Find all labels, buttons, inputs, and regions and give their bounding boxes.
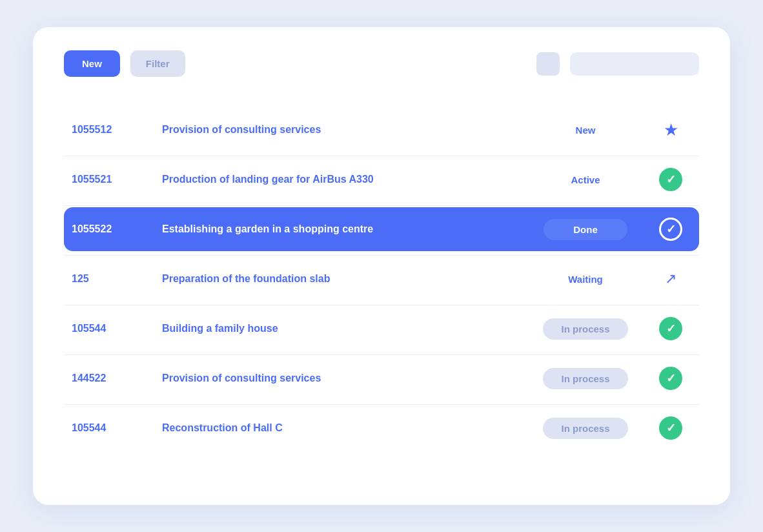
row-id: 1055522 — [72, 223, 162, 235]
trend-icon: ↗ — [665, 271, 677, 287]
row-status-col: In process — [521, 368, 650, 389]
table-row[interactable]: 1055521Production of landing gear for Ai… — [64, 158, 699, 201]
status-badge: In process — [543, 368, 627, 389]
table-row[interactable]: 105544Reconstruction of Hall CIn process… — [64, 406, 699, 450]
table-row[interactable]: 1055522Establishing a garden in a shoppi… — [64, 207, 699, 251]
filter-box-placeholder[interactable] — [570, 52, 699, 76]
row-id: 105544 — [72, 422, 162, 434]
check-green-icon: ✓ — [659, 317, 682, 340]
trend-icon: ↗ — [650, 271, 691, 287]
check-green-icon: ✓ — [659, 416, 682, 440]
check-green-icon: ✓ — [650, 168, 691, 191]
row-divider — [64, 205, 699, 206]
row-status-col: Active — [521, 169, 650, 190]
status-badge: In process — [543, 418, 627, 439]
row-divider — [64, 354, 699, 355]
main-card: New Filter 1055512Provision of consultin… — [33, 27, 730, 505]
row-status-col: In process — [521, 318, 650, 340]
status-badge: Active — [544, 169, 627, 190]
row-divider — [64, 156, 699, 156]
filter-button[interactable]: Filter — [130, 50, 185, 77]
row-divider — [64, 305, 699, 305]
star-icon: ★ — [664, 120, 678, 140]
row-id: 1055512 — [72, 124, 162, 136]
row-status-col: Waiting — [521, 269, 650, 290]
row-divider — [64, 255, 699, 256]
check-green-icon: ✓ — [650, 367, 691, 390]
check-green-icon: ✓ — [650, 317, 691, 340]
table: 1055512Provision of consulting servicesN… — [64, 108, 699, 450]
row-name: Reconstruction of Hall C — [162, 422, 521, 434]
row-status-col: In process — [521, 418, 650, 439]
row-name: Establishing a garden in a shopping cent… — [162, 223, 521, 235]
row-id: 125 — [72, 273, 162, 285]
table-row[interactable]: 125Preparation of the foundation slabWai… — [64, 257, 699, 301]
row-status-col: New — [521, 119, 650, 141]
row-name: Provision of consulting services — [162, 124, 521, 136]
check-green-icon: ✓ — [650, 416, 691, 440]
table-row[interactable]: 144522Provision of consulting servicesIn… — [64, 356, 699, 400]
row-id: 144522 — [72, 373, 162, 384]
row-name: Production of landing gear for AirBus A3… — [162, 174, 521, 185]
status-badge: Done — [544, 219, 627, 240]
star-icon: ★ — [650, 120, 691, 140]
check-green-icon: ✓ — [659, 168, 682, 191]
check-outline-icon: ✓ — [650, 218, 691, 241]
toolbar: New Filter — [64, 50, 699, 77]
row-id: 1055521 — [72, 174, 162, 185]
table-row[interactable]: 1055512Provision of consulting servicesN… — [64, 108, 699, 152]
row-id: 105544 — [72, 323, 162, 334]
status-badge: Waiting — [544, 269, 627, 290]
status-badge: New — [544, 119, 627, 141]
check-outline-icon: ✓ — [659, 218, 682, 241]
row-divider — [64, 404, 699, 405]
row-name: Provision of consulting services — [162, 373, 521, 384]
row-status-col: Done — [521, 219, 650, 240]
status-badge: In process — [543, 318, 627, 340]
row-name: Preparation of the foundation slab — [162, 273, 521, 285]
table-row[interactable]: 105544Building a family houseIn process✓ — [64, 307, 699, 351]
search-box[interactable] — [536, 52, 560, 76]
check-green-icon: ✓ — [659, 367, 682, 390]
new-button[interactable]: New — [64, 50, 120, 77]
row-name: Building a family house — [162, 323, 521, 334]
